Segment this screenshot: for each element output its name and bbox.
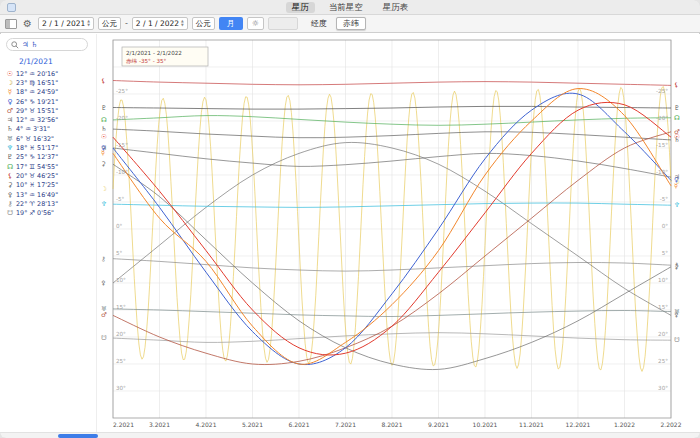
tab-ephemeris-table[interactable]: 星历表 [377, 2, 415, 13]
mode-segmented-control: 经度 赤纬 [304, 17, 366, 30]
end-date-stepper[interactable]: ▲▼ [181, 20, 184, 27]
y-tick-label: -15° [656, 142, 668, 148]
x-tick-label: 10.2021 [473, 421, 498, 428]
settings-gear-icon[interactable]: ⚙ [21, 18, 34, 30]
start-glyph-chiron: ⚷ [101, 255, 106, 263]
y-tick-label: -25° [656, 88, 668, 94]
body-row[interactable]: ☉12° ♒ 20'16" [6, 69, 94, 78]
y-tick-label: 25° [658, 358, 668, 364]
tab-current-sky[interactable]: 当前星空 [323, 2, 369, 13]
search-input[interactable]: ♃ ♄ [6, 38, 88, 51]
planet-glyph: ⚷ [6, 200, 14, 208]
planet-glyph: ☊ [6, 163, 14, 171]
planet-position: 29° ♉ 15'51" [16, 107, 58, 115]
search-value: ♃ ♄ [22, 40, 38, 49]
start-era-dropdown[interactable]: 公元 [98, 17, 121, 30]
planet-position: 18° ♓ 51'17" [16, 144, 58, 152]
planet-position: 26° ♑ 19'21" [16, 98, 58, 106]
longitude-mode-button[interactable]: 经度 [304, 17, 334, 30]
start-glyph-pluto: ♇ [101, 104, 107, 112]
end-glyph-sun: ☉ [674, 133, 680, 141]
body-row[interactable]: ♅6° ♉ 16'32" [6, 134, 94, 143]
planet-position: 20° ♉ 46'25" [16, 172, 58, 180]
planet-position: 23° ♍ 16'51" [16, 79, 58, 87]
x-axis-labels: 2.20213.20214.20215.20216.20217.20218.20… [113, 421, 682, 428]
planet-position: 25° ♑ 12'37" [16, 153, 58, 161]
body-row[interactable]: ♀26° ♑ 19'21" [6, 97, 94, 106]
body-row[interactable]: ☊17° ♊ 54'55" [6, 162, 94, 171]
x-tick-label: 8.2021 [382, 421, 403, 428]
end-glyph-neptune: ♆ [674, 201, 680, 209]
sidebar: ♃ ♄ 2/1/2021 ☉12° ♒ 20'16"☽23° ♍ 16'51"☿… [0, 34, 97, 432]
body-row[interactable]: ⚸20° ♉ 46'25" [6, 171, 94, 180]
x-tick-label: 9.2021 [428, 421, 449, 428]
planet-position: 17° ♊ 54'55" [16, 163, 58, 171]
body-row[interactable]: ♃12° ♒ 32'56" [6, 115, 94, 124]
planet-position: 12° ♒ 32'56" [16, 116, 58, 124]
y-tick-label: -20° [656, 115, 668, 121]
start-glyph-pallas: ⚴ [101, 279, 106, 287]
start-date-field[interactable]: 2 / 1 / 2021 ▲▼ [38, 17, 94, 30]
y-tick-label: 30° [658, 385, 668, 391]
y-tick-label: -10° [116, 169, 128, 175]
y-tick-label: 20° [116, 331, 126, 337]
x-tick-label: 3.2021 [149, 421, 170, 428]
body-row[interactable]: ⚳10° ♓ 17'25" [6, 181, 94, 190]
start-glyph-lilith: ⚸ [101, 77, 106, 85]
title-bar: 星历当前星空星历表 [0, 0, 700, 15]
y-tick-label: 5° [116, 250, 123, 256]
chart-area: ☽☽☋☋⚷⚷⚴⚴⚳⚳⚸⚸☊☊♇♇♆♆♅♅♄♄♃♃♂♂♀♀☿☿☉☉-25°-25°… [97, 34, 700, 432]
toolbar: ⚙ 2 / 1 / 2021 ▲▼ 公元 - 2 / 1 / 2022 ▲▼ 公… [0, 15, 700, 33]
planet-glyph: ☋ [6, 209, 14, 217]
y-tick-label: 10° [116, 277, 126, 283]
x-tick-label: 4.2021 [196, 421, 217, 428]
start-glyph-saturn: ♄ [101, 125, 107, 133]
tab-ephemeris[interactable]: 星历 [286, 2, 315, 13]
planet-glyph: ⚸ [6, 172, 14, 180]
end-glyph-pluto: ♇ [674, 104, 680, 112]
chart-planet-glyphs: ☽☽☋☋⚷⚷⚴⚴⚳⚳⚸⚸☊☊♇♇♆♆♅♅♄♄♃♃♂♂♀♀☿☿☉☉ [101, 77, 680, 345]
chart-legend: 2/1/2021 - 2/1/2022赤纬 -35° - 35° [122, 47, 208, 66]
scrollbar-thumb[interactable] [58, 434, 98, 438]
planet-glyph: ⚳ [6, 181, 14, 189]
body-row[interactable]: ☋19° ♐ 0'56" [6, 208, 94, 217]
y-tick-label: -5° [660, 196, 669, 202]
body-row[interactable]: ☽23° ♍ 16'51" [6, 78, 94, 87]
end-era-label: 公元 [196, 19, 211, 29]
horizontal-scrollbar[interactable] [0, 432, 700, 438]
declination-mode-button[interactable]: 赤纬 [336, 17, 366, 30]
body-row[interactable]: ⚴13° ♒ 16'49" [6, 190, 94, 199]
y-tick-label: 0° [662, 223, 669, 229]
display-options-icon[interactable]: ☼ [247, 17, 264, 30]
y-tick-label: 15° [658, 304, 668, 310]
sidebar-toggle-icon[interactable] [5, 19, 17, 29]
planet-glyph: ♇ [6, 153, 14, 161]
x-tick-label: 2.2022 [661, 421, 682, 428]
step-count-field [268, 17, 298, 30]
y-tick-label: 5° [662, 250, 669, 256]
body-row[interactable]: ♄4° ♒ 3'31" [6, 125, 94, 134]
x-tick-label: 2.2021 [113, 421, 134, 428]
start-date-stepper[interactable]: ▲▼ [87, 20, 90, 27]
body-list: ☉12° ♒ 20'16"☽23° ♍ 16'51"☿18° ♒ 24'59"♀… [6, 69, 94, 218]
end-glyph-south-node: ☋ [674, 336, 680, 344]
legend-declination-range: 赤纬 -35° - 35° [126, 58, 167, 65]
y-tick-label: 15° [116, 304, 126, 310]
planet-glyph: ♄ [6, 125, 14, 133]
body-row[interactable]: ♆18° ♓ 51'17" [6, 143, 94, 152]
month-step-button[interactable]: 月 [219, 17, 243, 30]
end-era-dropdown[interactable]: 公元 [192, 17, 215, 30]
app-window: 星历当前星空星历表 ⚙ 2 / 1 / 2021 ▲▼ 公元 - 2 / 1 /… [0, 0, 700, 438]
body-row[interactable]: ⚷22° ♈ 28'13" [6, 199, 94, 208]
app-icon [7, 3, 16, 12]
end-date-value: 2 / 1 / 2022 [136, 19, 179, 28]
planet-position: 19° ♐ 0'56" [16, 209, 54, 217]
start-glyph-mercury: ☿ [101, 149, 105, 157]
y-tick-label: 30° [116, 385, 126, 391]
body-row[interactable]: ☿18° ♒ 24'59" [6, 88, 94, 97]
end-date-field[interactable]: 2 / 1 / 2022 ▲▼ [132, 17, 188, 30]
planet-glyph: ♆ [6, 144, 14, 152]
body-row[interactable]: ♂29° ♉ 15'51" [6, 106, 94, 115]
planet-glyph: ♂ [6, 107, 14, 115]
body-row[interactable]: ♇25° ♑ 12'37" [6, 153, 94, 162]
